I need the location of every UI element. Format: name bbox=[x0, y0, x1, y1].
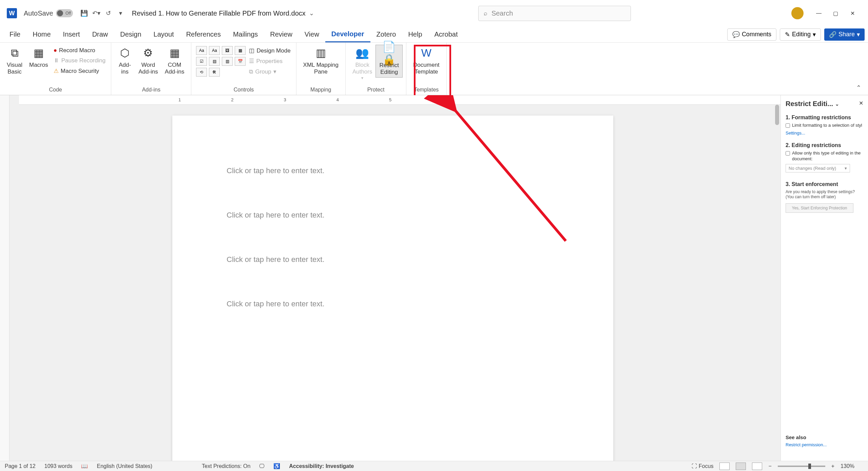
tab-view[interactable]: View bbox=[298, 26, 325, 42]
dropdown-control-icon[interactable]: ▥ bbox=[222, 57, 233, 66]
restrict-editing-button[interactable]: 📄🔒Restrict Editing bbox=[375, 45, 403, 78]
word-addins-button[interactable]: ⚙Word Add-ins bbox=[135, 45, 161, 77]
com-addins-button[interactable]: ▦COM Add-ins bbox=[161, 45, 188, 77]
content-control-placeholder[interactable]: Click or tap here to enter text. bbox=[227, 211, 559, 220]
zoom-level[interactable]: 130% bbox=[841, 463, 854, 469]
content-control-placeholder[interactable]: Click or tap here to enter text. bbox=[227, 300, 559, 308]
record-macro-button[interactable]: ●Record Macro bbox=[52, 46, 108, 55]
collapse-ribbon-icon[interactable]: ⌃ bbox=[856, 84, 861, 91]
read-mode-view[interactable] bbox=[719, 463, 730, 470]
redo-icon[interactable]: ↺ bbox=[104, 8, 113, 18]
panel-dropdown-icon[interactable]: ⌄ bbox=[835, 101, 839, 107]
restrict-editing-panel: Restrict Editi...⌄ ✕ 1. Formatting restr… bbox=[780, 95, 868, 461]
qat-customize-icon[interactable]: ▾ bbox=[116, 8, 126, 18]
tab-developer[interactable]: Developer bbox=[325, 26, 370, 42]
limit-formatting-checkbox[interactable]: Limit formatting to a selection of styl bbox=[786, 123, 863, 128]
checkbox-control-icon[interactable]: ☑ bbox=[196, 57, 207, 66]
vertical-scrollbar[interactable] bbox=[774, 105, 780, 461]
pause-recording-button: ⏸Pause Recording bbox=[52, 56, 108, 65]
document-title: Revised 1. How to Generate Fillable PDF … bbox=[132, 9, 306, 17]
design-mode-button[interactable]: ◫Design Mode bbox=[247, 46, 292, 55]
tab-home[interactable]: Home bbox=[26, 26, 57, 42]
macro-security-button[interactable]: ⚠Macro Security bbox=[52, 66, 108, 76]
tab-file[interactable]: File bbox=[3, 26, 26, 42]
legacy-tools-icon[interactable]: 🛠 bbox=[209, 68, 220, 77]
page-indicator[interactable]: Page 1 of 12 bbox=[5, 463, 36, 469]
allow-editing-checkbox[interactable]: Allow only this type of editing in the d… bbox=[786, 150, 863, 162]
zoom-slider[interactable] bbox=[778, 466, 825, 467]
tab-layout[interactable]: Layout bbox=[148, 26, 180, 42]
web-layout-view[interactable] bbox=[752, 463, 762, 470]
tab-acrobat[interactable]: Acrobat bbox=[428, 26, 464, 42]
search-placeholder: Search bbox=[491, 9, 513, 17]
tab-design[interactable]: Design bbox=[114, 26, 147, 42]
close-button[interactable]: ✕ bbox=[844, 5, 861, 22]
tab-insert[interactable]: Insert bbox=[57, 26, 86, 42]
start-enforcement-heading: 3. Start enforcement bbox=[786, 181, 863, 187]
share-button[interactable]: 🔗 Share ▾ bbox=[824, 28, 865, 41]
record-icon: ● bbox=[54, 47, 57, 54]
zoom-out-button[interactable]: − bbox=[768, 463, 771, 469]
start-enforcing-button[interactable]: Yes, Start Enforcing Protection bbox=[786, 203, 853, 213]
panel-close-button[interactable]: ✕ bbox=[859, 100, 863, 106]
search-input[interactable]: ⌕ Search bbox=[478, 6, 631, 21]
xml-mapping-button[interactable]: ▥XML Mapping Pane bbox=[300, 45, 342, 77]
group-label-protect: Protect bbox=[349, 85, 403, 95]
tab-help[interactable]: Help bbox=[402, 26, 428, 42]
word-app-icon: W bbox=[7, 8, 17, 18]
doc-dropdown-icon[interactable]: ⌄ bbox=[307, 8, 316, 18]
addins-icon: ⬡ bbox=[118, 46, 132, 60]
see-also-heading: See also bbox=[786, 434, 827, 440]
focus-button[interactable]: ⛶ Focus bbox=[692, 463, 713, 469]
date-picker-control-icon[interactable]: 📅 bbox=[235, 57, 246, 66]
ribbon-group-addins: ⬡Add- ins ⚙Word Add-ins ▦COM Add-ins Add… bbox=[111, 43, 191, 95]
visual-basic-button[interactable]: ⧉Visual Basic bbox=[3, 45, 26, 77]
undo-icon[interactable]: ↶▾ bbox=[92, 8, 101, 18]
group-label-code: Code bbox=[3, 85, 108, 95]
formatting-restrictions-heading: 1. Formatting restrictions bbox=[786, 115, 863, 121]
tab-review[interactable]: Review bbox=[264, 26, 298, 42]
toggle-off-icon[interactable]: Off bbox=[56, 9, 73, 17]
maximize-button[interactable]: ▢ bbox=[827, 5, 844, 22]
tab-mailings[interactable]: Mailings bbox=[227, 26, 264, 42]
horizontal-ruler[interactable]: 1 2 3 4 5 6 bbox=[19, 95, 780, 105]
comments-button[interactable]: 💬 Comments bbox=[727, 28, 776, 41]
macros-button[interactable]: ▦Macros bbox=[26, 45, 52, 70]
document-page[interactable]: Click or tap here to enter text. Click o… bbox=[172, 116, 613, 461]
building-block-control-icon[interactable]: ▦ bbox=[235, 46, 246, 55]
group-button: ⧉Group ▾ bbox=[247, 67, 292, 76]
controls-gallery[interactable]: Aa Aa 🖼 ▦ ☑ ▤ ▥ 📅 ⟲ 🛠 bbox=[196, 46, 246, 77]
picture-control-icon[interactable]: 🖼 bbox=[222, 46, 233, 55]
zoom-in-button[interactable]: + bbox=[831, 463, 834, 469]
search-icon: ⌕ bbox=[484, 10, 487, 17]
plain-text-control-icon[interactable]: Aa bbox=[209, 46, 220, 55]
user-avatar[interactable] bbox=[791, 7, 804, 19]
autosave-toggle[interactable]: AutoSave Off bbox=[24, 9, 73, 17]
editing-type-dropdown[interactable]: No changes (Read only)▾ bbox=[786, 164, 850, 172]
content-control-placeholder[interactable]: Click or tap here to enter text. bbox=[227, 166, 559, 175]
addins-button[interactable]: ⬡Add- ins bbox=[115, 45, 135, 77]
settings-link[interactable]: Settings... bbox=[786, 130, 863, 136]
content-control-placeholder[interactable]: Click or tap here to enter text. bbox=[227, 255, 559, 264]
ribbon-group-mapping: ▥XML Mapping Pane Mapping bbox=[296, 43, 346, 95]
save-icon[interactable]: 💾 bbox=[79, 8, 89, 18]
display-settings-icon[interactable]: 🖵 bbox=[259, 463, 265, 469]
vertical-ruler[interactable] bbox=[0, 95, 9, 461]
print-layout-view[interactable] bbox=[736, 463, 746, 470]
repeating-section-icon[interactable]: ⟲ bbox=[196, 68, 207, 77]
block-authors-icon: 👥 bbox=[355, 46, 369, 60]
accessibility-status[interactable]: Accessibility: Investigate bbox=[289, 463, 354, 469]
combobox-control-icon[interactable]: ▤ bbox=[209, 57, 220, 66]
tab-references[interactable]: References bbox=[180, 26, 227, 42]
tab-draw[interactable]: Draw bbox=[86, 26, 114, 42]
minimize-button[interactable]: — bbox=[810, 5, 827, 22]
language-indicator[interactable]: English (United States) bbox=[97, 463, 152, 469]
rich-text-control-icon[interactable]: Aa bbox=[196, 46, 207, 55]
editing-mode-button[interactable]: ✎ Editing ▾ bbox=[780, 28, 821, 41]
workspace: 1 2 3 4 5 6 Click or tap here to enter t… bbox=[0, 95, 868, 461]
restrict-permission-link[interactable]: Restrict permission... bbox=[786, 442, 827, 447]
text-predictions[interactable]: Text Predictions: On bbox=[202, 463, 250, 469]
ribbon-group-code: ⧉Visual Basic ▦Macros ●Record Macro ⏸Pau… bbox=[0, 43, 111, 95]
spellcheck-icon[interactable]: 📖 bbox=[81, 463, 88, 469]
word-count[interactable]: 1093 words bbox=[44, 463, 73, 469]
